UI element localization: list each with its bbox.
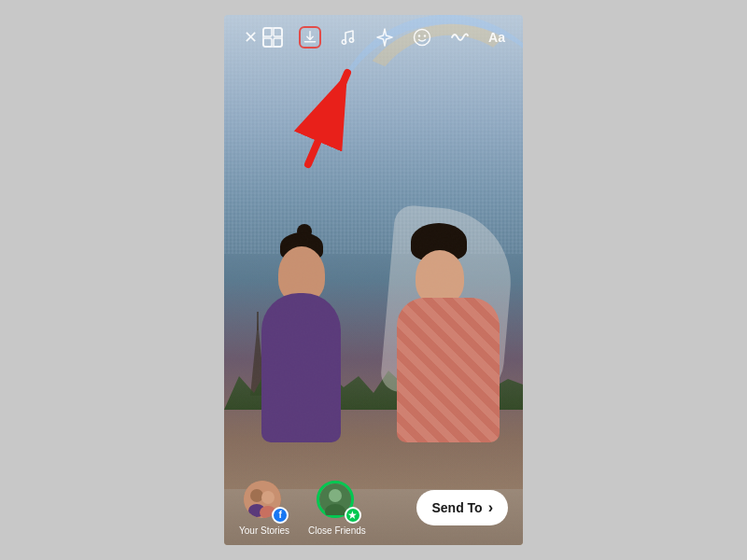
download-icon[interactable] bbox=[299, 26, 321, 49]
svg-rect-4 bbox=[274, 28, 282, 36]
body-right bbox=[397, 298, 500, 442]
person-right bbox=[392, 237, 504, 442]
gallery-icon[interactable] bbox=[261, 26, 284, 49]
svg-rect-3 bbox=[263, 28, 272, 36]
annotation-arrow bbox=[289, 62, 364, 174]
svg-point-10 bbox=[418, 35, 420, 36]
svg-point-11 bbox=[424, 35, 426, 36]
svg-rect-6 bbox=[274, 38, 282, 47]
send-to-chevron: › bbox=[488, 499, 493, 516]
couple-area bbox=[224, 246, 523, 489]
music-icon[interactable] bbox=[336, 26, 359, 49]
close-friends-label: Close Friends bbox=[308, 525, 366, 536]
close-friends-avatar-wrapper: ★ bbox=[317, 481, 358, 522]
top-toolbar: ✕ bbox=[224, 15, 523, 60]
your-stories-avatar-wrapper: f bbox=[244, 481, 285, 522]
green-badge: ★ bbox=[345, 507, 361, 524]
svg-point-13 bbox=[250, 489, 263, 502]
effects-icon[interactable] bbox=[374, 26, 396, 49]
story-background: ✕ bbox=[224, 15, 523, 545]
draw-icon[interactable] bbox=[448, 26, 471, 49]
svg-rect-2 bbox=[263, 28, 282, 47]
close-icon[interactable]: ✕ bbox=[239, 26, 261, 49]
body-left bbox=[261, 293, 341, 442]
your-stories-label: Your Stories bbox=[239, 525, 289, 536]
svg-rect-5 bbox=[263, 38, 272, 47]
phone-frame: ✕ bbox=[224, 15, 523, 545]
emoji-icon[interactable] bbox=[411, 26, 433, 49]
bottom-bar: f Your Stories ★ bbox=[224, 470, 523, 545]
person-left bbox=[252, 237, 355, 442]
bottom-story-options: f Your Stories ★ bbox=[239, 481, 366, 536]
svg-point-9 bbox=[415, 30, 430, 46]
send-to-button[interactable]: Send To › bbox=[416, 490, 508, 525]
svg-point-8 bbox=[349, 38, 353, 42]
svg-point-7 bbox=[342, 40, 345, 44]
svg-point-18 bbox=[329, 489, 342, 502]
svg-line-1 bbox=[308, 73, 347, 164]
toolbar-left: ✕ bbox=[239, 26, 261, 49]
head-right bbox=[416, 250, 464, 304]
toolbar-actions: Aa bbox=[261, 26, 508, 49]
text-icon[interactable]: Aa bbox=[486, 26, 508, 49]
close-friends-item[interactable]: ★ Close Friends bbox=[308, 481, 366, 536]
your-stories-item[interactable]: f Your Stories bbox=[239, 481, 289, 536]
svg-point-14 bbox=[261, 491, 275, 504]
facebook-badge: f bbox=[272, 507, 289, 524]
